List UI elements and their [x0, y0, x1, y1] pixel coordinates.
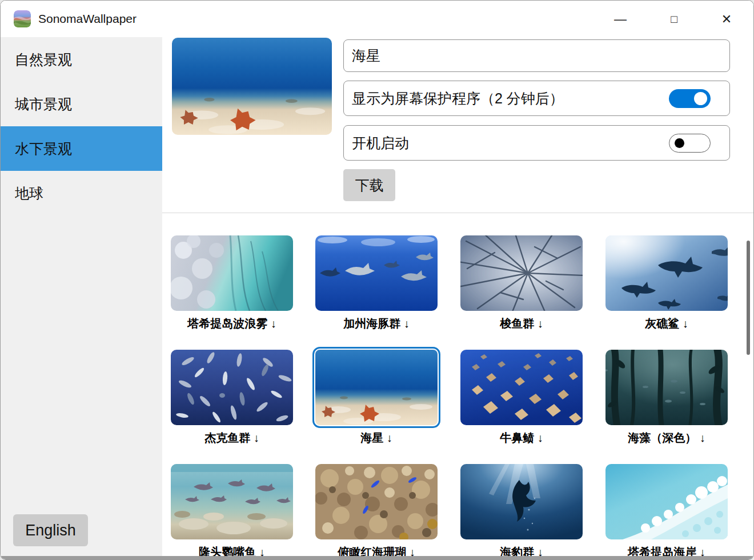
gallery-item-bumphead-parrotfish[interactable] [171, 464, 293, 539]
gallery-item-red-sea-coral[interactable] [315, 464, 438, 539]
gallery-item-barracuda-school[interactable] [460, 235, 583, 311]
minimize-icon[interactable]: — [609, 9, 631, 30]
screensaver-label: 显示为屏幕保护程序（2 分钟后） [352, 89, 564, 108]
download-button[interactable]: 下载 [343, 169, 395, 201]
gallery-item-grey-reef-sharks[interactable] [605, 235, 728, 311]
sidebar-item-city[interactable]: 城市景观 [1, 82, 162, 126]
window-title: SonomaWallpaper [38, 12, 137, 26]
toggle-knob [675, 138, 684, 148]
sidebar-item-label: 地球 [15, 184, 43, 203]
section-divider [162, 213, 754, 213]
gallery-item-cownose-rays[interactable] [460, 350, 583, 425]
thumbnail-label: 杰克鱼群 ↓ [171, 430, 293, 446]
toggle-knob [694, 92, 707, 105]
gallery-item-jack-fish-school[interactable] [171, 350, 293, 425]
category-sidebar: 自然景观 城市景观 水下景观 地球 English [1, 37, 162, 560]
thumbnail-label: 灰礁鲨 ↓ [605, 316, 728, 331]
autostart-label: 开机启动 [352, 134, 409, 153]
sidebar-item-earth[interactable]: 地球 [1, 171, 162, 215]
sidebar-item-underwater[interactable]: 水下景观 [1, 126, 162, 171]
thumbnail-label: 牛鼻鲼 ↓ [460, 430, 583, 446]
autostart-option-row: 开机启动 [343, 125, 730, 161]
app-logo-icon [14, 10, 31, 27]
gallery-item-california-dolphins[interactable] [315, 235, 438, 311]
app-window: SonomaWallpaper — □ ✕ 自然景观 城市景观 水下景观 地球 … [0, 0, 754, 560]
thumbnail-label: 海星 ↓ [315, 430, 438, 446]
thumbnail-label: 梭鱼群 ↓ [460, 316, 583, 331]
gallery-item-starfish-selected[interactable] [312, 347, 440, 428]
gallery-item-tahiti-shore[interactable] [605, 464, 728, 539]
wallpaper-name-input[interactable] [343, 39, 730, 72]
gallery-item-tahiti-wave-fog[interactable] [171, 235, 293, 311]
language-switch-button[interactable]: English [13, 514, 88, 546]
screensaver-option-row: 显示为屏幕保护程序（2 分钟后） [343, 81, 730, 116]
screensaver-toggle[interactable] [669, 89, 711, 108]
autostart-toggle[interactable] [669, 134, 711, 153]
sidebar-item-label: 城市景观 [15, 95, 72, 114]
thumbnail-image-starfish [315, 350, 438, 425]
vertical-scrollbar-thumb[interactable] [747, 241, 750, 355]
selected-wallpaper-preview [172, 38, 332, 135]
sidebar-item-label: 自然景观 [15, 50, 72, 69]
thumbnail-label: 加州海豚群 ↓ [315, 316, 438, 331]
close-icon[interactable]: ✕ [716, 9, 737, 30]
thumbnail-label: 海藻（深色） ↓ [605, 430, 728, 446]
maximize-icon[interactable]: □ [663, 9, 685, 30]
gallery-item-seals[interactable] [460, 464, 583, 539]
window-bottom-edge [1, 556, 753, 559]
title-bar: SonomaWallpaper — □ ✕ [1, 1, 753, 37]
sidebar-item-nature[interactable]: 自然景观 [1, 37, 162, 82]
sidebar-item-label: 水下景观 [15, 139, 72, 158]
gallery-item-kelp-dark[interactable] [605, 350, 728, 425]
thumbnail-label: 塔希提岛波浪雾 ↓ [171, 316, 293, 331]
